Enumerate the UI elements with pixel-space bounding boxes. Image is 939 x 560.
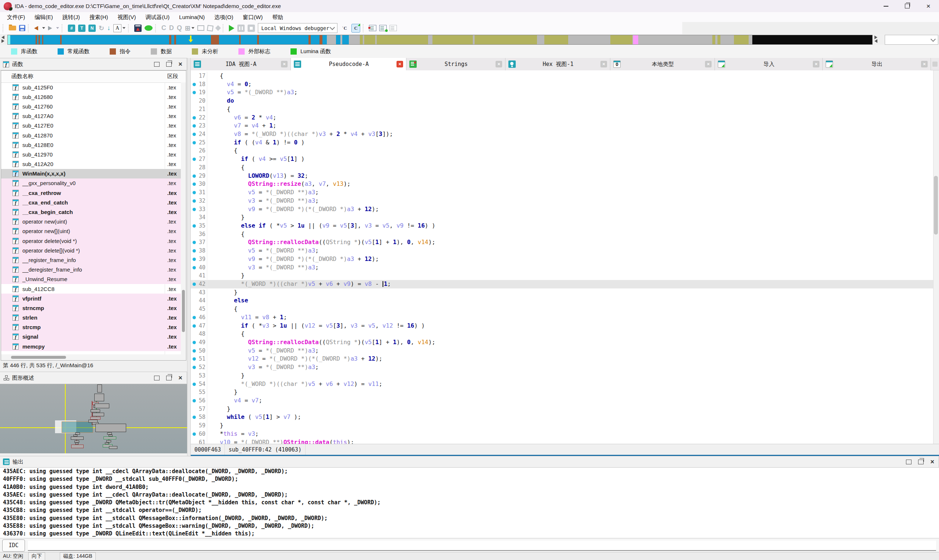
code-line[interactable]: 58 while ( v5[1] > v7 );	[191, 413, 933, 422]
navband-segment[interactable]	[734, 35, 749, 45]
graph-overview-canvas[interactable]	[0, 384, 187, 453]
navband-segment[interactable]	[638, 35, 712, 45]
navband-segment[interactable]	[720, 35, 734, 45]
navband-segment[interactable]	[752, 35, 872, 45]
functions-panel-header[interactable]: f 函数 ×	[0, 58, 187, 70]
function-row[interactable]: fsub_412680.tex	[1, 92, 186, 102]
navband-segment[interactable]	[171, 35, 174, 45]
float-panel-icon[interactable]	[166, 375, 172, 380]
graph-node[interactable]	[71, 445, 83, 448]
open-file-button[interactable]	[7, 22, 18, 34]
function-row[interactable]: f__cxa_begin_catch.tex	[1, 207, 186, 217]
tab-ida-view[interactable]: IDA 视图-A×	[191, 58, 291, 70]
menu-item-1[interactable]: 文件(F)	[2, 12, 30, 22]
navband-segment[interactable]	[10, 35, 35, 45]
function-row[interactable]: fWinMain(x,x,x,x).tex	[1, 169, 186, 178]
callers-chart-button[interactable]: C	[160, 22, 168, 34]
function-row[interactable]: f__gxx_personality_v0.tex	[1, 178, 186, 188]
process-button[interactable]	[143, 22, 154, 34]
navband-segment[interactable]	[349, 35, 360, 45]
graph-node[interactable]	[94, 394, 104, 401]
menu-item-6[interactable]: 调试器(U)	[140, 12, 174, 22]
tab-close-button[interactable]: ×	[600, 61, 607, 68]
graph-overview-header[interactable]: 图形概述 ×	[0, 372, 187, 384]
navband-segment[interactable]	[219, 35, 239, 45]
code-line[interactable]: 22 v6 = 2 * v4;	[191, 114, 933, 122]
code-line[interactable]: 41 }	[191, 272, 933, 280]
navband-segment[interactable]	[633, 35, 638, 45]
scrollbar-thumb[interactable]	[934, 176, 938, 235]
navband-right-arrows[interactable]	[874, 35, 879, 44]
menu-item-5[interactable]: 视图(V)	[113, 12, 140, 22]
code-line[interactable]: 32 v3 = *(_DWORD **)a3;	[191, 197, 933, 205]
output-panel-header[interactable]: 输出 ×	[0, 456, 939, 468]
code-line[interactable]: 44 else	[191, 297, 933, 305]
compile-idc-button[interactable]: ʿC	[339, 22, 350, 34]
code-line[interactable]: 39 v9 = *(_DWORD *)(*(_DWORD *)a3 + 12);	[191, 255, 933, 263]
menu-item-3[interactable]: 跳转(J)	[58, 12, 85, 22]
tab-hex-view[interactable]: Hex 视图-1×	[506, 58, 611, 70]
code-line[interactable]: 61 v10 = *(_DWORD **)QString::data(this)…	[191, 438, 933, 444]
function-row[interactable]: fstrcmp.tex	[1, 323, 186, 332]
names-window-button[interactable]: N	[87, 22, 97, 34]
function-row[interactable]: foperator new(uint).tex	[1, 217, 186, 226]
navband-segment[interactable]	[43, 35, 60, 45]
navband-segment[interactable]	[62, 35, 169, 45]
maximize-button[interactable]	[896, 0, 918, 12]
code-line[interactable]: 45 {	[191, 305, 933, 313]
stop-debugger-button[interactable]	[246, 22, 256, 34]
code-line[interactable]: 51 v12 = *(_DWORD *)(*(_DWORD *)a3 + 12)…	[191, 355, 933, 363]
output-log[interactable]: 435AEC: using guessed type int __cdecl Q…	[0, 468, 939, 538]
menu-item-7[interactable]: Lumina(N)	[174, 12, 210, 22]
graph-node[interactable]	[91, 409, 100, 412]
start-debugger-button[interactable]	[227, 22, 236, 34]
compile-c-button[interactable]: C	[350, 22, 362, 34]
cli-language-button[interactable]: IDC	[2, 540, 25, 552]
navband-segment[interactable]	[342, 35, 349, 45]
function-row[interactable]: fsub_4127E0.tex	[1, 121, 186, 131]
close-panel-icon[interactable]: ×	[178, 375, 182, 381]
toolbar-grip[interactable]	[223, 24, 225, 32]
column-function-name[interactable]: 函数名称	[11, 73, 33, 80]
functions-horizontal-scrollbar[interactable]	[1, 354, 186, 360]
chart-dropdown[interactable]: ⊞	[183, 22, 196, 34]
code-vertical-scrollbar[interactable]	[933, 70, 939, 444]
code-line[interactable]: 60 *this = v3;	[191, 430, 933, 438]
functions-vertical-scrollbar[interactable]	[181, 83, 186, 354]
navband-left-arrows[interactable]	[2, 35, 6, 44]
tab-close-button[interactable]: ×	[281, 61, 288, 68]
text-window-button[interactable]: T	[77, 22, 87, 34]
code-line[interactable]: 40 v3 = *(_DWORD **)a3;	[191, 263, 933, 272]
tab-close-button[interactable]: ×	[396, 61, 403, 68]
code-line[interactable]: 23 v7 = v4 + 1;	[191, 122, 933, 130]
close-panel-icon[interactable]: ×	[178, 61, 182, 68]
graph-diamond-button[interactable]	[214, 22, 222, 34]
tab-overflow-button[interactable]	[931, 58, 939, 70]
navband-segment[interactable]	[544, 35, 568, 45]
function-row[interactable]: fvfprintf.tex	[1, 294, 186, 303]
graph-polygon-button[interactable]	[206, 22, 214, 34]
code-line[interactable]: 24 v8 = *(_WORD *)((char *)v3 + 2 * v4 +…	[191, 130, 933, 138]
scrollbar-thumb[interactable]	[182, 290, 185, 332]
jump-button[interactable]: ↓	[106, 22, 112, 34]
tab-close-button[interactable]: ×	[705, 61, 712, 68]
menu-item-8[interactable]: 选项(O)	[210, 12, 238, 22]
tab-local-types[interactable]: 0本地类型×	[611, 58, 715, 70]
code-line[interactable]: 55 }	[191, 388, 933, 397]
graph-node[interactable]	[97, 385, 102, 392]
function-row[interactable]: fsub_412A20.tex	[1, 159, 186, 169]
output-window-button[interactable]	[367, 22, 378, 34]
code-line[interactable]: 17 {	[191, 72, 933, 80]
code-line[interactable]: 31 v5 = *(_DWORD **)a3;	[191, 188, 933, 197]
flowchart-button[interactable]	[196, 22, 206, 34]
panel-splitter[interactable]	[187, 58, 191, 456]
code-line[interactable]: 33 v9 = *(_DWORD *)(*(_DWORD *)a3 + 12);	[191, 205, 933, 214]
navband-segment[interactable]	[360, 35, 363, 45]
code-line[interactable]: 18 v4 = 0;	[191, 80, 933, 89]
menu-item-10[interactable]: 帮助	[267, 12, 288, 22]
navband-segment[interactable]	[364, 35, 375, 45]
function-row[interactable]: fsub_412870.tex	[1, 131, 186, 140]
navband-segment[interactable]	[611, 35, 632, 45]
navband-range-selector[interactable]	[885, 35, 938, 45]
code-line[interactable]: 43 }	[191, 288, 933, 297]
